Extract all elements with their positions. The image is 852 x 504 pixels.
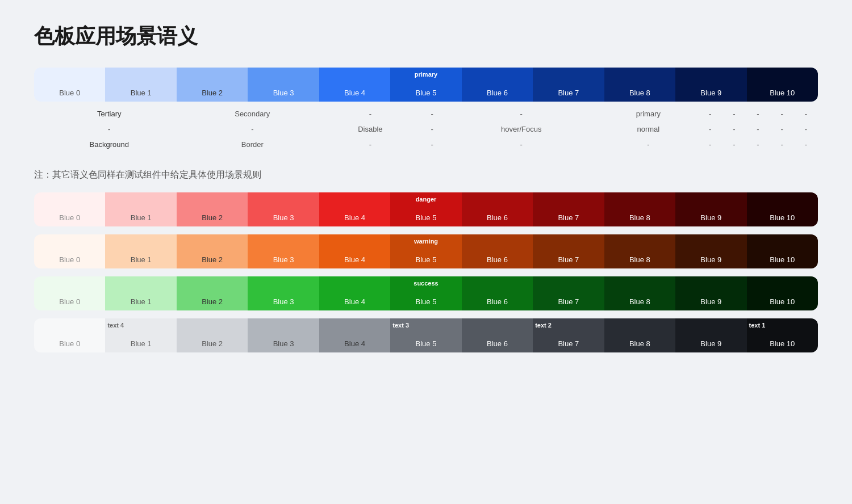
- success-strip-cell-10: Blue 10: [747, 276, 818, 310]
- warning-strip-cell-9: Blue 9: [675, 234, 746, 268]
- success-strip-cell-6: Blue 6: [462, 276, 533, 310]
- warning-strip-cell-5: warningBlue 5: [390, 234, 461, 268]
- semantics-row-1: --Disable-hover/Focusnormal-----: [34, 121, 818, 137]
- semantics-cell-1-8: -: [746, 121, 770, 137]
- success-strip-cell-8: Blue 8: [604, 276, 675, 310]
- gray-strip-section: Blue 0text 4Blue 1Blue 2Blue 3Blue 4text…: [34, 318, 818, 352]
- danger-strip-section: Blue 0Blue 1Blue 2Blue 3Blue 4dangerBlue…: [34, 192, 818, 226]
- success-strip-cell-5: successBlue 5: [390, 276, 461, 310]
- semantics-cell-1-1: -: [184, 121, 320, 137]
- semantics-row-2: BackgroundBorder---------: [34, 137, 818, 152]
- blue-cell-8: Blue 8: [604, 68, 675, 102]
- semantics-cell-1-5: normal: [599, 121, 698, 137]
- semantics-cell-1-9: -: [770, 121, 794, 137]
- warning-strip-cell-4: Blue 4: [319, 234, 390, 268]
- blue-cell-6: Blue 6: [462, 68, 533, 102]
- warning-strip-cell-3: Blue 3: [248, 234, 319, 268]
- gray-strip-cell-0: Blue 0: [34, 318, 105, 352]
- semantics-cell-0-4: -: [444, 106, 599, 121]
- success-strip-cell-0: Blue 0: [34, 276, 105, 310]
- semantics-cell-2-0: Background: [34, 137, 184, 152]
- danger-strip-cell-4: Blue 4: [319, 192, 390, 226]
- gray-strip-cell-7: text 2Blue 7: [533, 318, 604, 352]
- blue-cell-4: Blue 4: [319, 68, 390, 102]
- semantics-cell-0-1: Secondary: [184, 106, 320, 121]
- semantics-cell-1-2: Disable: [320, 121, 420, 137]
- success-strip-cell-4: Blue 4: [319, 276, 390, 310]
- semantics-cell-1-7: -: [722, 121, 746, 137]
- semantics-cell-0-0: Tertiary: [34, 106, 184, 121]
- danger-strip-cell-10: Blue 10: [747, 192, 818, 226]
- semantics-table: TertiarySecondary---primary-------Disabl…: [34, 106, 818, 152]
- semantics-cell-0-9: -: [770, 106, 794, 121]
- gray-strip-cell-10: text 1Blue 10: [747, 318, 818, 352]
- warning-strip-cell-6: Blue 6: [462, 234, 533, 268]
- success-strip-cell-3: Blue 3: [248, 276, 319, 310]
- danger-strip-cell-5: dangerBlue 5: [390, 192, 461, 226]
- gray-strip-cell-6: Blue 6: [462, 318, 533, 352]
- warning-strip-cell-0: Blue 0: [34, 234, 105, 268]
- gray-strip-cell-9: Blue 9: [675, 318, 746, 352]
- gray-strip-cell-4: Blue 4: [319, 318, 390, 352]
- semantics-cell-1-4: hover/Focus: [444, 121, 599, 137]
- semantics-cell-0-8: -: [746, 106, 770, 121]
- gray-strip-cell-8: Blue 8: [604, 318, 675, 352]
- success-strip-cell-1: Blue 1: [105, 276, 176, 310]
- page-title: 色板应用场景语义: [34, 23, 818, 51]
- semantics-cell-1-10: -: [794, 121, 818, 137]
- semantics-cell-2-7: -: [722, 137, 746, 152]
- semantics-cell-2-4: -: [444, 137, 599, 152]
- semantics-cell-0-3: -: [420, 106, 444, 121]
- blue-cell-3: Blue 3: [248, 68, 319, 102]
- gray-strip-cell-1: text 4Blue 1: [105, 318, 176, 352]
- warning-strip-cell-8: Blue 8: [604, 234, 675, 268]
- warning-strip-cell-1: Blue 1: [105, 234, 176, 268]
- semantics-cell-1-3: -: [420, 121, 444, 137]
- success-strip-section: Blue 0Blue 1Blue 2Blue 3Blue 4successBlu…: [34, 276, 818, 310]
- semantics-cell-0-10: -: [794, 106, 818, 121]
- danger-strip-cell-3: Blue 3: [248, 192, 319, 226]
- gray-strip-cell-3: Blue 3: [248, 318, 319, 352]
- danger-strip-cell-1: Blue 1: [105, 192, 176, 226]
- note: 注：其它语义色同样在测试组件中给定具体使用场景规则: [34, 169, 818, 181]
- danger-strip-cell-2: Blue 2: [177, 192, 248, 226]
- warning-strip-section: Blue 0Blue 1Blue 2Blue 3Blue 4warningBlu…: [34, 234, 818, 268]
- success-strip-cell-7: Blue 7: [533, 276, 604, 310]
- semantics-cell-2-2: -: [320, 137, 420, 152]
- semantics-cell-2-5: -: [599, 137, 698, 152]
- success-strip-cell-9: Blue 9: [675, 276, 746, 310]
- semantics-cell-2-8: -: [746, 137, 770, 152]
- danger-strip-cell-6: Blue 6: [462, 192, 533, 226]
- blue-cell-2: Blue 2: [177, 68, 248, 102]
- warning-strip-cell-10: Blue 10: [747, 234, 818, 268]
- danger-strip-cell-8: Blue 8: [604, 192, 675, 226]
- semantics-cell-2-3: -: [420, 137, 444, 152]
- warning-strip-cell-7: Blue 7: [533, 234, 604, 268]
- blue-cell-10: Blue 10: [747, 68, 818, 102]
- warning-strip-cell-2: Blue 2: [177, 234, 248, 268]
- semantics-cell-1-6: -: [698, 121, 722, 137]
- danger-strip-cell-9: Blue 9: [675, 192, 746, 226]
- semantics-cell-2-9: -: [770, 137, 794, 152]
- blue-color-strip: Blue 0Blue 1Blue 2Blue 3Blue 4primaryBlu…: [34, 68, 818, 102]
- success-strip-cell-2: Blue 2: [177, 276, 248, 310]
- semantics-cell-1-0: -: [34, 121, 184, 137]
- danger-strip-cell-0: Blue 0: [34, 192, 105, 226]
- semantics-cell-0-5: primary: [599, 106, 698, 121]
- semantics-cell-0-2: -: [320, 106, 420, 121]
- blue-cell-1: Blue 1: [105, 68, 176, 102]
- blue-cell-9: Blue 9: [675, 68, 746, 102]
- semantics-cell-2-6: -: [698, 137, 722, 152]
- danger-strip-cell-7: Blue 7: [533, 192, 604, 226]
- semantics-cell-2-10: -: [794, 137, 818, 152]
- semantics-cell-0-6: -: [698, 106, 722, 121]
- gray-strip-cell-5: text 3Blue 5: [390, 318, 461, 352]
- semantics-row-0: TertiarySecondary---primary-----: [34, 106, 818, 121]
- semantics-cell-0-7: -: [722, 106, 746, 121]
- blue-cell-0: Blue 0: [34, 68, 105, 102]
- gray-strip-cell-2: Blue 2: [177, 318, 248, 352]
- blue-cell-7: Blue 7: [533, 68, 604, 102]
- blue-cell-5: primaryBlue 5: [390, 68, 461, 102]
- semantics-cell-2-1: Border: [184, 137, 320, 152]
